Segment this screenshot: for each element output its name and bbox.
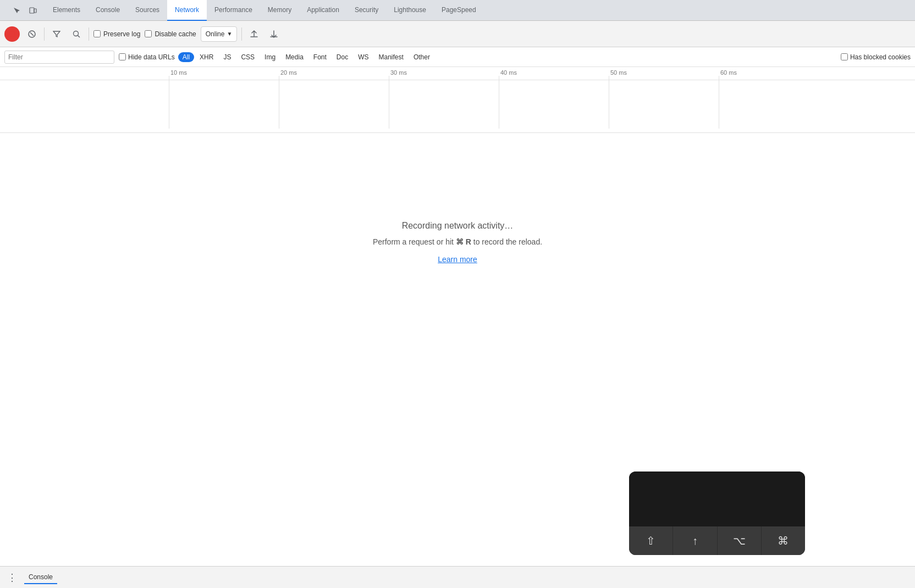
upload-button[interactable] (246, 26, 262, 42)
svg-rect-0 (30, 8, 34, 13)
disable-cache-label[interactable]: Disable cache (145, 30, 196, 38)
svg-point-5 (74, 31, 79, 36)
ruler-tick-10ms: 10 ms (170, 69, 187, 76)
hide-urls-checkbox[interactable] (119, 53, 126, 60)
empty-state-title: Recording network activity… (402, 221, 514, 231)
desc-suffix: to record the reload. (471, 237, 542, 246)
filter-pill-css[interactable]: CSS (236, 52, 259, 62)
ruler-tick-60ms: 60 ms (720, 69, 737, 76)
cursor-icon[interactable] (9, 3, 24, 18)
filter-pill-doc[interactable]: Doc (332, 52, 352, 62)
hide-urls-label[interactable]: Hide data URLs (119, 53, 175, 61)
filter-pill-all[interactable]: All (178, 52, 194, 62)
tab-network[interactable]: Network (167, 0, 207, 21)
filter-pill-img[interactable]: Img (260, 52, 280, 62)
tab-sources[interactable]: Sources (128, 0, 167, 21)
filter-pill-xhr[interactable]: XHR (195, 52, 218, 62)
filter-pill-other[interactable]: Other (409, 52, 434, 62)
tab-console[interactable]: Console (88, 0, 128, 21)
search-icon[interactable] (69, 26, 84, 42)
svg-point-2 (9, 31, 15, 37)
has-blocked-cookies-checkbox[interactable] (841, 53, 848, 60)
bottom-console-tab[interactable]: Console (24, 571, 57, 584)
filter-pill-ws[interactable]: WS (354, 52, 373, 62)
ruler-tick-20ms: 20 ms (280, 69, 297, 76)
has-blocked-cookies-label[interactable]: Has blocked cookies (841, 53, 911, 61)
download-button[interactable] (266, 26, 282, 42)
desc-prefix: Perform a request or hit (373, 237, 456, 246)
ruler-tick-30ms: 30 ms (390, 69, 407, 76)
toolbar-divider-2 (89, 27, 89, 41)
filter-row: Hide data URLs All XHR JS CSS Img Media … (0, 47, 915, 67)
filter-pill-media[interactable]: Media (281, 52, 308, 62)
tab-elements[interactable]: Elements (45, 0, 88, 21)
toolbar: Preserve log Disable cache Online ▼ (0, 21, 915, 47)
tab-pagespeed[interactable]: PageSpeed (434, 0, 484, 21)
timeline-area: 10 ms 20 ms 30 ms 40 ms 50 ms 60 ms (0, 67, 915, 133)
tabs-bar: Elements Console Sources Network Perform… (0, 0, 915, 21)
timeline-ruler: 10 ms 20 ms 30 ms 40 ms 50 ms 60 ms (0, 67, 915, 80)
tab-performance[interactable]: Performance (207, 0, 260, 21)
bottom-bar: ⋮ Console (0, 566, 915, 588)
toolbar-divider-3 (241, 27, 242, 41)
learn-more-link[interactable]: Learn more (438, 255, 477, 264)
filter-pill-font[interactable]: Font (309, 52, 331, 62)
filter-icon[interactable] (49, 26, 64, 42)
ruler-tick-40ms: 40 ms (500, 69, 517, 76)
keyboard-row: ⇧ ↑ ⌥ ⌘ (629, 526, 805, 555)
preserve-log-label[interactable]: Preserve log (93, 30, 140, 38)
preserve-log-checkbox[interactable] (93, 30, 101, 37)
kbd-shift-key[interactable]: ⇧ (629, 526, 673, 555)
tab-security[interactable]: Security (347, 0, 386, 21)
keyboard-screen (629, 471, 805, 526)
kbd-up-key[interactable]: ↑ (673, 526, 717, 555)
kbd-option-key[interactable]: ⌥ (718, 526, 762, 555)
kbd-cmd-key[interactable]: ⌘ (762, 526, 805, 555)
clear-button[interactable] (24, 26, 40, 42)
svg-line-6 (78, 35, 80, 37)
chevron-down-icon: ▼ (227, 31, 232, 37)
tab-lighthouse[interactable]: Lighthouse (386, 0, 434, 21)
tab-icons (4, 3, 45, 18)
device-icon[interactable] (25, 3, 41, 18)
filter-input[interactable] (4, 51, 114, 64)
toolbar-divider (44, 27, 45, 41)
record-button[interactable] (4, 26, 20, 42)
more-options-button[interactable]: ⋮ (4, 570, 20, 585)
svg-rect-1 (34, 9, 36, 13)
ruler-tick-50ms: 50 ms (610, 69, 627, 76)
filter-pills: Hide data URLs All XHR JS CSS Img Media … (119, 52, 434, 62)
timeline-content (0, 80, 915, 132)
filter-pill-manifest[interactable]: Manifest (374, 52, 408, 62)
keyboard-popup: ⇧ ↑ ⌥ ⌘ (629, 471, 805, 555)
filter-pill-js[interactable]: JS (219, 52, 235, 62)
tab-memory[interactable]: Memory (260, 0, 299, 21)
shortcut-key: ⌘ R (456, 237, 471, 246)
empty-state-desc: Perform a request or hit ⌘ R to record t… (373, 237, 542, 246)
tab-application[interactable]: Application (299, 0, 347, 21)
disable-cache-checkbox[interactable] (145, 30, 152, 37)
throttle-select[interactable]: Online ▼ (201, 26, 238, 42)
svg-line-4 (30, 32, 34, 36)
